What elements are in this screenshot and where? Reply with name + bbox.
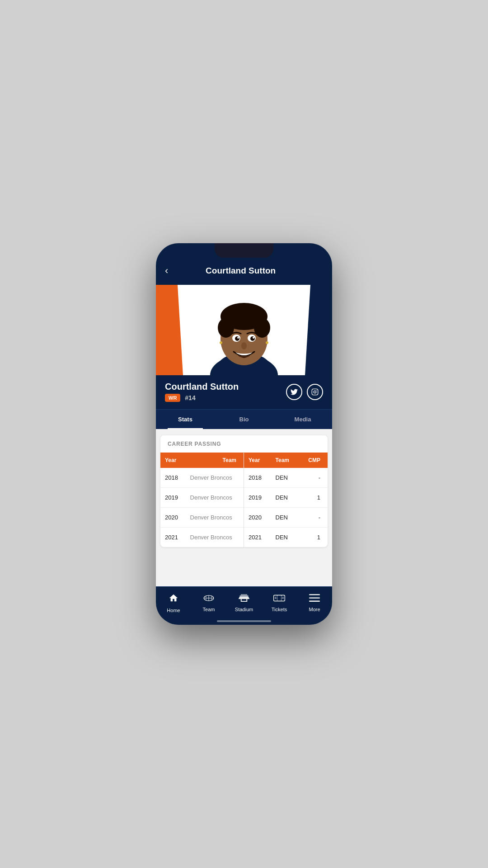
right-cmp-cell: - <box>299 468 328 488</box>
nav-home[interactable]: Home <box>156 590 191 616</box>
tabs: Stats Bio Media <box>156 409 332 429</box>
home-label: Home <box>167 608 180 613</box>
svg-rect-25 <box>239 598 249 599</box>
stadium-label: Stadium <box>235 607 253 612</box>
tab-media[interactable]: Media <box>273 410 332 429</box>
left-team-cell: Denver Broncos <box>186 468 244 488</box>
stadium-icon <box>239 593 249 605</box>
home-icon <box>169 593 178 606</box>
right-table-row: 2021 DEN 1 <box>244 528 328 547</box>
player-number: #14 <box>185 394 195 401</box>
player-meta: WR #14 <box>165 394 239 402</box>
left-table-row: 2019 Denver Broncos <box>160 488 244 508</box>
nav-more[interactable]: More <box>297 590 332 616</box>
nav-stadium[interactable]: Stadium <box>226 590 262 616</box>
svg-point-9 <box>235 336 239 341</box>
tab-bio[interactable]: Bio <box>215 410 273 429</box>
career-card: CAREER PASSING Year Team <box>160 435 328 547</box>
svg-point-6 <box>254 318 270 338</box>
right-table: Year Team CMP 2018 DEN - 2019 DEN 1 <box>244 453 328 547</box>
left-year-cell: 2021 <box>160 528 186 547</box>
right-team-cell: DEN <box>271 528 299 547</box>
right-cmp-cell: - <box>299 508 328 528</box>
svg-point-17 <box>314 391 316 393</box>
player-image-container <box>156 285 332 375</box>
stats-section: CAREER PASSING Year Team <box>156 429 332 553</box>
right-team-header: Team <box>271 453 299 468</box>
left-table-row: 2018 Denver Broncos <box>160 468 244 488</box>
right-year-cell: 2020 <box>244 508 271 528</box>
home-bar <box>217 620 271 622</box>
right-team-cell: DEN <box>271 508 299 528</box>
svg-rect-31 <box>274 595 285 601</box>
team-label: Team <box>203 607 215 612</box>
right-year-cell: 2021 <box>244 528 271 547</box>
left-table-row: 2020 Denver Broncos <box>160 508 244 528</box>
social-icons <box>286 384 323 400</box>
player-name: Courtland Sutton <box>165 382 239 392</box>
svg-rect-29 <box>246 599 247 601</box>
main-content: CAREER PASSING Year Team <box>156 429 332 586</box>
tickets-icon <box>273 593 285 605</box>
player-info: Courtland Sutton WR #14 <box>156 375 332 409</box>
bottom-nav: Home Team <box>156 586 332 625</box>
svg-rect-28 <box>241 599 242 601</box>
right-team-cell: DEN <box>271 468 299 488</box>
right-table-row: 2018 DEN - <box>244 468 328 488</box>
svg-rect-27 <box>241 594 247 595</box>
more-label: More <box>309 607 320 612</box>
position-badge: WR <box>165 394 180 402</box>
nav-team[interactable]: Team <box>191 590 226 616</box>
svg-point-5 <box>218 318 234 338</box>
svg-rect-16 <box>312 389 318 395</box>
phone-frame: ‹ Courtland Sutton <box>156 243 332 625</box>
page-title: Courtland Sutton <box>172 266 310 276</box>
svg-point-12 <box>253 337 254 339</box>
right-table-row: 2019 DEN 1 <box>244 488 328 508</box>
right-year-header: Year <box>244 453 271 468</box>
right-team-cell: DEN <box>271 488 299 508</box>
svg-point-11 <box>237 337 239 339</box>
tab-stats[interactable]: Stats <box>156 410 215 429</box>
left-year-header: Year <box>160 453 186 468</box>
left-year-cell: 2018 <box>160 468 186 488</box>
left-team-cell: Denver Broncos <box>186 508 244 528</box>
svg-rect-26 <box>239 595 248 597</box>
player-photo <box>201 285 287 375</box>
svg-rect-38 <box>309 601 320 602</box>
left-year-cell: 2020 <box>160 508 186 528</box>
screen: ‹ Courtland Sutton <box>156 243 332 625</box>
back-button[interactable]: ‹ <box>165 263 172 278</box>
right-cmp-header: CMP <box>299 453 328 468</box>
twitter-button[interactable] <box>286 384 302 400</box>
career-title: CAREER PASSING <box>160 435 328 453</box>
tickets-label: Tickets <box>272 607 287 612</box>
svg-rect-36 <box>309 594 320 595</box>
svg-point-15 <box>266 341 268 344</box>
nav-tickets[interactable]: Tickets <box>262 590 297 616</box>
right-cmp-cell: 1 <box>299 528 328 547</box>
more-icon <box>309 593 320 605</box>
right-stats-table: Year Team CMP 2018 DEN - 2019 DEN 1 <box>244 453 328 547</box>
svg-rect-37 <box>309 597 320 598</box>
svg-point-13 <box>241 342 247 349</box>
right-table-row: 2020 DEN - <box>244 508 328 528</box>
svg-rect-30 <box>241 601 247 602</box>
left-team-header: Team <box>186 453 244 468</box>
notch <box>215 243 273 258</box>
left-year-cell: 2019 <box>160 488 186 508</box>
left-table-row: 2021 Denver Broncos <box>160 528 244 547</box>
right-year-cell: 2019 <box>244 488 271 508</box>
left-team-cell: Denver Broncos <box>186 488 244 508</box>
svg-rect-24 <box>239 597 249 598</box>
instagram-button[interactable] <box>307 384 323 400</box>
left-team-cell: Denver Broncos <box>186 528 244 547</box>
svg-point-10 <box>250 336 255 341</box>
left-table: Year Team 2018 Denver Broncos 2019 Denve… <box>160 453 244 547</box>
svg-point-14 <box>220 341 222 344</box>
svg-point-18 <box>316 390 317 390</box>
team-icon <box>203 593 214 605</box>
right-year-cell: 2018 <box>244 468 271 488</box>
left-stats-table: Year Team 2018 Denver Broncos 2019 Denve… <box>160 453 244 547</box>
double-table: Year Team 2018 Denver Broncos 2019 Denve… <box>160 453 328 547</box>
